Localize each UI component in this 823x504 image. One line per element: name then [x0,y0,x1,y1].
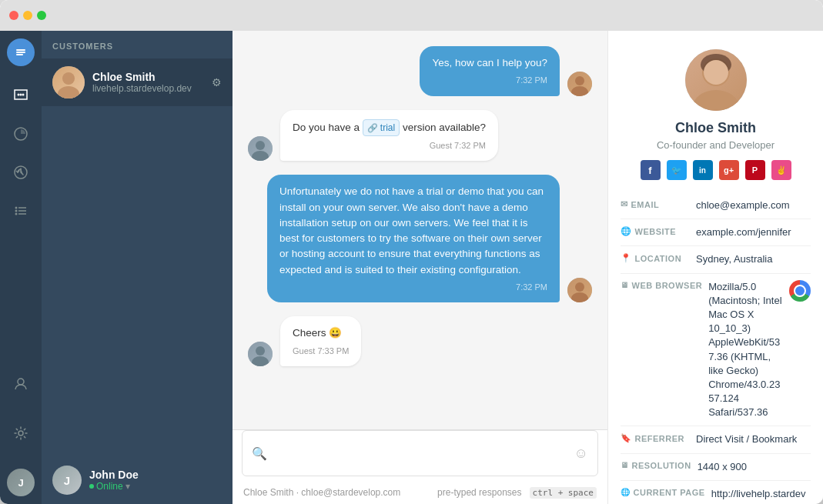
message-row-2: Do you have a 🔗 trial version available?… [248,110,592,162]
bubble-time-2: Guest 7:32 PM [293,139,486,152]
svg-point-12 [18,379,24,385]
detail-value-website: example.com/jennifer [696,225,791,239]
titlebar [0,0,823,31]
footer-shortcut: ctrl + space [530,487,597,499]
search-icon: 🔍 [252,446,267,461]
svg-point-16 [575,76,584,85]
social-icons: f 🐦 in g+ P ✌ [641,160,791,180]
footer-sender: Chloe Smith · chloe@stardevelop.com [243,487,400,498]
page-icon: 🌐 [621,488,631,496]
email-icon: ✉ [621,199,628,209]
chat-input-box: 🔍 ☺ [242,430,598,476]
agent-avatar-3 [567,278,592,302]
close-button[interactable] [9,11,18,20]
maximize-button[interactable] [37,11,46,20]
app-window: J Customers Chloe Smith liveh [0,0,823,504]
nav-settings-icon[interactable] [7,419,35,447]
trial-tag: 🔗 trial [363,119,400,136]
customer-avatar-chloe [52,66,85,98]
chrome-browser-icon [789,280,811,302]
bubble-1: Yes, how can I help you? 7:32 PM [420,46,560,96]
profile-panel: Chloe Smith Co-founder and Developer f 🐦… [607,31,823,504]
detail-location: 📍 LOCATION Sydney, Australia [621,246,811,273]
detail-email: ✉ EMAIL chloe@example.com [621,192,811,219]
detail-label-resolution: 🖥 RESOLUTION [621,460,691,470]
facebook-icon[interactable]: f [641,160,661,180]
detail-value-resolution: 1440 x 900 [698,460,747,474]
detail-value-browser: Mozilla/5.0 (Macintosh; Intel Mac OS X 1… [708,280,785,420]
svg-point-21 [571,292,588,302]
customer-item-chloe[interactable]: Chloe Smith livehelp.stardevelop.dev ⚙ [42,58,233,106]
linkedin-icon[interactable]: in [693,160,713,180]
detail-value-email: chloe@example.com [696,199,790,212]
svg-point-1 [18,94,20,96]
bubble-text-1: Yes, how can I help you? [432,57,547,68]
footer-pretyped: pre-typed responses ctrl + space [437,487,597,498]
bubble-4: Cheers 😀 Guest 7:33 PM [280,316,361,366]
nav-chat-icon[interactable] [7,82,35,109]
emoji-icon[interactable]: ☺ [574,446,588,462]
operator-info: John Doe Online ▾ [89,469,222,492]
message-row-1: Yes, how can I help you? 7:32 PM [248,46,592,96]
profile-photo [685,49,747,111]
bubble-time-4: Guest 7:33 PM [293,345,349,358]
svg-point-20 [575,282,584,292]
bubble-time-1: 7:32 PM [432,74,547,87]
svg-point-6 [15,207,18,209]
detail-label-currentpage: 🌐 CURRENT PAGE [621,487,705,497]
minimize-button[interactable] [23,11,32,20]
chat-input[interactable] [273,447,568,459]
operator-status: Online ▾ [89,481,222,492]
detail-value-currentpage: http://livehelp.stardevelop.dev/lates... [711,487,811,504]
customer-info-chloe: Chloe Smith livehelp.stardevelop.dev [92,71,212,94]
detail-referrer: 🔖 REFERRER Direct Visit / Bookmark [621,426,811,453]
svg-point-19 [252,151,269,161]
customer-sub: livehelp.stardevelop.dev [92,83,212,94]
svg-point-22 [256,346,265,355]
guest-avatar-2 [248,136,273,161]
chat-messages: Yes, how can I help you? 7:32 PM [233,31,607,429]
detail-label-browser: 🖥 WEB BROWSER [621,280,702,290]
screen-icon: 🖥 [621,461,629,469]
bubble-text-before-trial: Do you have a [293,122,363,133]
nav-list-icon[interactable] [7,197,35,225]
monitor-icon: 🖥 [621,281,629,289]
bubble-text-after-trial: version available? [403,122,486,133]
detail-value-referrer: Direct Visit / Bookmark [696,432,797,446]
operator-bar: J John Doe Online ▾ [42,456,233,504]
message-row-3: Unfortunately we do not have a trial or … [248,175,592,302]
agent-avatar-1 [567,72,592,96]
bubble-text-4: Cheers 😀 [293,327,342,339]
profile-details: ✉ EMAIL chloe@example.com 🌐 WEBSITE exam… [608,192,823,504]
nav-history-icon[interactable] [7,159,35,186]
chat-area: Yes, how can I help you? 7:32 PM [233,31,607,504]
pinterest-icon[interactable]: P [745,160,765,180]
chat-input-area: 🔍 ☺ Chloe Smith · chloe@stardevelop.com … [233,429,607,504]
svg-point-17 [571,86,588,96]
detail-value-location: Sydney, Australia [696,252,772,266]
svg-point-10 [15,213,18,215]
customer-name: Chloe Smith [92,71,212,83]
nav-analytics-icon[interactable] [7,120,35,148]
nav-bottom: J [7,370,35,496]
svg-point-15 [58,86,79,98]
customer-gear-icon[interactable]: ⚙ [212,76,222,88]
detail-currentpage: 🌐 CURRENT PAGE http://livehelp.stardevel… [621,481,811,504]
operator-name: John Doe [89,469,222,481]
svg-point-14 [62,72,75,85]
customers-spacer [42,106,233,456]
operator-nav-avatar[interactable]: J [7,469,35,496]
svg-point-13 [18,431,23,436]
bubble-time-3: 7:32 PM [279,281,547,294]
dribbble-icon[interactable]: ✌ [771,160,791,180]
guest-avatar-4 [248,342,273,366]
twitter-icon[interactable]: 🐦 [667,160,687,180]
message-row-4: Cheers 😀 Guest 7:33 PM [248,316,592,366]
detail-website: 🌐 WEBSITE example.com/jennifer [621,219,811,246]
customers-panel: Customers Chloe Smith livehelp.stardevel… [42,31,233,504]
svg-point-25 [693,90,739,111]
trial-tag-text: trial [380,121,395,135]
nav-users-icon[interactable] [7,370,35,398]
google-plus-icon[interactable]: g+ [719,160,739,180]
svg-point-23 [252,356,269,366]
